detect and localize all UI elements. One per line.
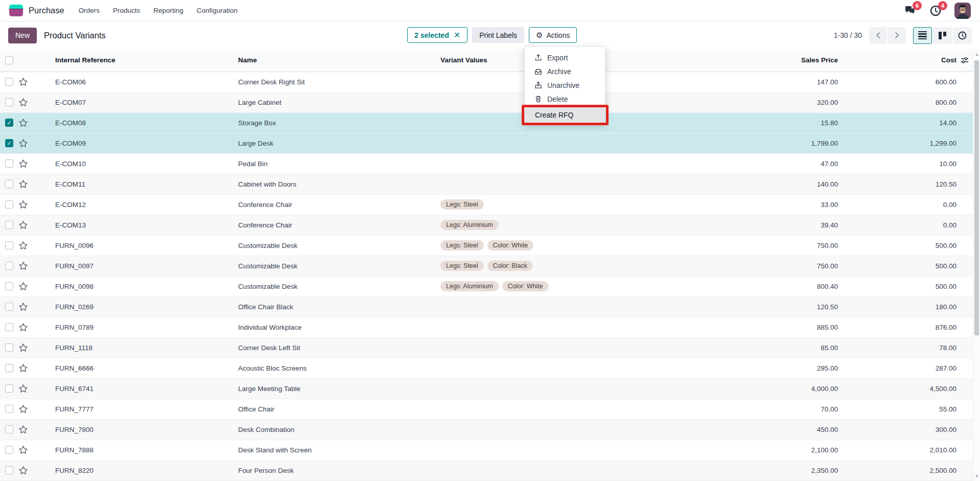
favorite-star-icon[interactable] bbox=[18, 282, 28, 291]
favorite-star-icon[interactable] bbox=[18, 404, 28, 414]
favorite-star-icon[interactable] bbox=[18, 302, 28, 312]
favorite-star-icon[interactable] bbox=[18, 98, 28, 107]
table-row[interactable]: FURN_0789Individual Workplace885.00876.0… bbox=[0, 317, 973, 337]
row-checkbox[interactable] bbox=[5, 384, 13, 393]
favorite-star-icon[interactable] bbox=[18, 241, 28, 250]
scrollbar-down-arrow[interactable]: ▼ bbox=[973, 474, 980, 478]
row-checkbox[interactable] bbox=[5, 98, 13, 106]
table-row[interactable]: FURN_7777Office Chair70.0055.00 bbox=[0, 399, 973, 419]
row-checkbox[interactable] bbox=[5, 78, 13, 86]
favorite-star-icon[interactable] bbox=[18, 384, 28, 394]
navbar-menu-configuration[interactable]: Configuration bbox=[197, 7, 238, 14]
table-row[interactable]: FURN_0269Office Chair Black120.50180.00 bbox=[0, 296, 973, 317]
column-header-cost[interactable]: Cost bbox=[842, 49, 961, 72]
navbar-menu-reporting[interactable]: Reporting bbox=[153, 7, 183, 14]
table-row[interactable]: ✓E-COM09Large Desk1,799.001,299.00 bbox=[0, 133, 973, 153]
row-checkbox[interactable]: ✓ bbox=[5, 139, 13, 147]
row-checkbox[interactable] bbox=[5, 425, 13, 433]
table-row[interactable]: FURN_0096Customizable DeskLegs: SteelCol… bbox=[0, 235, 973, 256]
table-row[interactable]: FURN_6666Acoustic Bloc Screens295.00287.… bbox=[0, 358, 973, 378]
activity-view-button[interactable] bbox=[953, 27, 972, 44]
selected-count-button[interactable]: 2 selected ✕ bbox=[407, 27, 468, 43]
scrollbar-thumb[interactable] bbox=[974, 60, 979, 335]
column-header-internal-reference[interactable]: Internal Reference bbox=[39, 49, 236, 72]
variant-tag: Legs: Steel bbox=[440, 240, 484, 250]
menu-item-create-rfq[interactable]: Create RFQ bbox=[525, 107, 605, 123]
table-row[interactable]: E-COM13Conference ChairLegs: Aluminium39… bbox=[0, 215, 973, 235]
pager-previous-button[interactable] bbox=[869, 27, 887, 44]
favorite-star-icon[interactable] bbox=[18, 77, 28, 87]
variant-tag: Color: White bbox=[487, 240, 534, 250]
favorite-star-icon[interactable] bbox=[18, 139, 28, 148]
row-checkbox[interactable] bbox=[5, 262, 13, 270]
table-row[interactable]: E-COM12Conference ChairLegs: Steel33.000… bbox=[0, 194, 973, 215]
cell-name: Conference Chair bbox=[236, 194, 438, 215]
row-checkbox[interactable] bbox=[5, 466, 13, 474]
actions-button[interactable]: ⚙ Actions bbox=[529, 27, 577, 43]
app-logo-icon[interactable] bbox=[9, 5, 23, 16]
table-row[interactable]: FURN_1118Corner Desk Left Sit85.0078.00 bbox=[0, 337, 973, 358]
clear-selection-icon[interactable]: ✕ bbox=[454, 30, 460, 40]
activities-badge: 4 bbox=[938, 1, 947, 10]
table-row[interactable]: FURN_0097Customizable DeskLegs: SteelCol… bbox=[0, 256, 973, 276]
menu-item-label: Unarchive bbox=[547, 81, 579, 89]
print-labels-button[interactable]: Print Labels bbox=[472, 27, 524, 43]
row-checkbox[interactable] bbox=[5, 282, 13, 290]
favorite-star-icon[interactable] bbox=[18, 363, 28, 373]
table-row[interactable]: FURN_0098Customizable DeskLegs: Aluminiu… bbox=[0, 276, 973, 296]
select-all-checkbox[interactable] bbox=[5, 56, 13, 64]
menu-item-delete[interactable]: Delete bbox=[525, 92, 605, 106]
table-row[interactable]: FURN_8220Four Person Desk2,350.002,500.0… bbox=[0, 460, 973, 480]
row-checkbox[interactable] bbox=[5, 323, 13, 331]
favorite-star-icon[interactable] bbox=[18, 118, 28, 128]
user-avatar[interactable] bbox=[954, 3, 971, 19]
optional-columns-button[interactable] bbox=[961, 49, 973, 72]
new-button[interactable]: New bbox=[8, 28, 37, 43]
row-checkbox[interactable] bbox=[5, 221, 13, 229]
favorite-star-icon[interactable] bbox=[18, 200, 28, 210]
cell-variant-values: Legs: AluminiumColor: White bbox=[438, 276, 638, 296]
row-checkbox[interactable] bbox=[5, 241, 13, 249]
table-row[interactable]: E-COM07Large Cabinet320.00800.00 bbox=[0, 92, 973, 112]
row-checkbox[interactable] bbox=[5, 405, 13, 413]
kanban-view-button[interactable] bbox=[933, 27, 952, 44]
navbar-menu-products[interactable]: Products bbox=[113, 7, 140, 14]
favorite-star-icon[interactable] bbox=[18, 343, 28, 353]
menu-item-unarchive[interactable]: Unarchive bbox=[525, 78, 605, 92]
table-row[interactable]: E-COM06Corner Desk Right Sit147.00600.00 bbox=[0, 72, 973, 92]
menu-item-export[interactable]: Export bbox=[525, 51, 605, 64]
favorite-star-icon[interactable] bbox=[18, 159, 28, 169]
pager-next-button[interactable] bbox=[888, 27, 906, 44]
scrollbar-up-arrow[interactable]: ▲ bbox=[973, 52, 980, 57]
favorite-star-icon[interactable] bbox=[18, 445, 28, 455]
favorite-star-icon[interactable] bbox=[18, 466, 28, 475]
row-checkbox[interactable] bbox=[5, 159, 13, 168]
favorite-star-icon[interactable] bbox=[18, 425, 28, 434]
row-checkbox[interactable] bbox=[5, 303, 13, 311]
favorite-star-icon[interactable] bbox=[18, 179, 28, 189]
menu-item-archive[interactable]: Archive bbox=[525, 64, 605, 78]
favorite-star-icon[interactable] bbox=[18, 220, 28, 230]
column-header-name[interactable]: Name bbox=[236, 49, 438, 72]
table-row[interactable]: FURN_6741Large Meeting Table4,000.004,50… bbox=[0, 378, 973, 399]
row-checkbox[interactable] bbox=[5, 446, 13, 454]
row-checkbox[interactable] bbox=[5, 364, 13, 372]
table-row[interactable]: E-COM11Cabinet with Doors140.00120.50 bbox=[0, 174, 973, 194]
activities-button[interactable]: 4 bbox=[929, 4, 942, 17]
table-row[interactable]: FURN_7800Desk Combination450.00300.00 bbox=[0, 419, 973, 440]
favorite-star-icon[interactable] bbox=[18, 261, 28, 271]
column-header-sales-price[interactable]: Sales Price bbox=[638, 49, 842, 72]
row-checkbox[interactable]: ✓ bbox=[5, 119, 13, 127]
list-view-button[interactable] bbox=[913, 27, 932, 44]
table-row[interactable]: ✓E-COM08Storage Box15.8014.00 bbox=[0, 112, 973, 133]
table-row[interactable]: E-COM10Pedal Bin47.0010.00 bbox=[0, 153, 973, 174]
app-name-menu[interactable]: Purchase bbox=[29, 6, 64, 15]
row-checkbox[interactable] bbox=[5, 343, 13, 352]
favorite-star-icon[interactable] bbox=[18, 323, 28, 332]
row-checkbox[interactable] bbox=[5, 200, 13, 209]
vertical-scrollbar[interactable]: ▲ ▼ bbox=[973, 49, 980, 481]
navbar-menu-orders[interactable]: Orders bbox=[79, 7, 100, 14]
table-row[interactable]: FURN_7888Desk Stand with Screen2,100.002… bbox=[0, 440, 973, 460]
row-checkbox[interactable] bbox=[5, 180, 13, 188]
messages-button[interactable]: 6 bbox=[903, 4, 917, 17]
